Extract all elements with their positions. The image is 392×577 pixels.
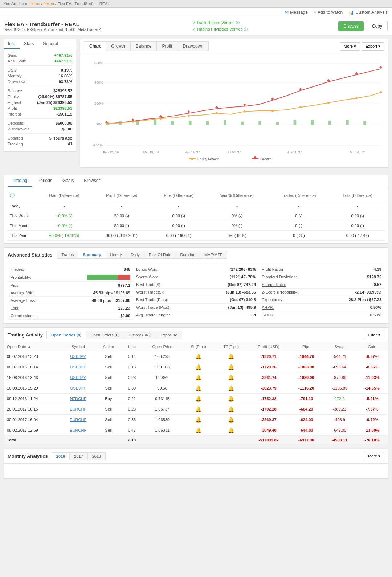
monthly-tab-2016[interactable]: 2016 xyxy=(52,452,70,460)
gain-cell: - xyxy=(36,201,92,211)
trade-sl[interactable]: 🔔 xyxy=(182,415,215,425)
custom-analysis-link[interactable]: 📊 Custom Analysis xyxy=(348,10,388,15)
trade-date: 08.07.2016 16:14 xyxy=(4,362,61,372)
trade-tp[interactable]: 🔔 xyxy=(215,394,248,404)
stat-row: Expectancy:28.2 Pips / $67.23 xyxy=(259,296,384,304)
trade-tp[interactable]: 🔔 xyxy=(215,372,248,383)
stat-label[interactable]: AHPR: xyxy=(262,305,274,310)
activity-tab-exposure[interactable]: Exposure xyxy=(156,331,182,339)
adv-tab-summary[interactable]: Summary xyxy=(78,251,106,259)
add-to-watch-link[interactable]: + Add to watch xyxy=(314,10,343,15)
tracking-label: Tracking xyxy=(8,142,23,146)
trading-tab-browser[interactable]: Browser xyxy=(79,175,105,187)
trading-tab-periods[interactable]: Periods xyxy=(32,175,57,187)
tab-general[interactable]: General xyxy=(38,39,62,49)
copy-button[interactable]: Copy xyxy=(367,21,388,31)
chart-tab-drawdown[interactable]: Drawdown xyxy=(177,41,209,51)
stat-value: 9797.1 xyxy=(118,283,130,287)
adv-tab-trades[interactable]: Trades xyxy=(57,251,79,259)
daily-value: 0.19% xyxy=(61,68,72,72)
monthly-label: Monthly xyxy=(8,74,22,78)
monthly-tab-2018[interactable]: 2018 xyxy=(87,452,106,460)
trade-sl[interactable]: 🔔 xyxy=(182,425,215,436)
adv-tab-hourly[interactable]: Hourly xyxy=(106,251,127,259)
trade-pips: -604.20 xyxy=(290,404,323,415)
stat-row: Profitability: xyxy=(8,273,133,282)
trading-tab-goals[interactable]: Goals xyxy=(57,175,79,187)
trade-sl[interactable]: 🔔 xyxy=(182,362,215,372)
stat-label[interactable]: Z-Score (Probability): xyxy=(262,290,299,294)
stat-label[interactable]: GHPR: xyxy=(262,313,274,317)
trade-tp[interactable]: 🔔 xyxy=(215,425,248,436)
monthly-more-button[interactable]: More ▾ xyxy=(364,452,384,460)
table-row: This Month +0.0% (-) $0.00 (-) 0.00 (-) … xyxy=(7,221,385,231)
adv-tab-daily[interactable]: Daily xyxy=(126,251,144,259)
chart-export-button[interactable]: Export ▾ xyxy=(362,42,384,51)
info-icon-privileges: ⓘ xyxy=(244,27,248,31)
trade-tp[interactable]: 🔔 xyxy=(215,404,248,415)
filter-button[interactable]: Filter ▾ xyxy=(364,331,384,339)
activity-tab-history- (349)[interactable]: History (349) xyxy=(124,331,156,339)
pips-cell: 0.00 (-) xyxy=(151,221,207,231)
adv-tab-duration[interactable]: Duration xyxy=(176,251,200,259)
page-header: Flex EA - TrendSurfer - REAL Real (USD),… xyxy=(0,17,392,35)
svg-text:400%: 400% xyxy=(94,80,103,84)
message-link[interactable]: ✉ Message xyxy=(285,10,308,15)
gain-cell: +0.0% (-) xyxy=(36,211,92,221)
trade-tp[interactable]: 🔔 xyxy=(215,415,248,425)
activity-tab-open- trades- (8)[interactable]: Open Trades (8) xyxy=(46,331,86,339)
stat-row: Best Trade($):(Oct 07) 747.24 xyxy=(133,281,259,288)
stat-value: 4.39 xyxy=(374,267,381,271)
profit-red-bar xyxy=(118,275,130,280)
highest-row: Highest (Jan 25) $28395.53 xyxy=(8,100,72,105)
trade-tp[interactable]: 🔔 xyxy=(215,362,248,372)
stat-col-middle: Longs Won:(172/206) 83%Shorts Won:(112/1… xyxy=(133,266,259,320)
adv-tab-risk-of-ruin[interactable]: Risk Of Ruin xyxy=(144,251,176,259)
breadcrumb-flexea[interactable]: flexea xyxy=(44,1,54,6)
breadcrumb-home[interactable]: Home xyxy=(29,1,40,6)
total-gain: -76.10% xyxy=(356,436,388,445)
chart-tab-chart[interactable]: Chart xyxy=(84,41,106,51)
trade-sl[interactable]: 🔔 xyxy=(182,372,215,383)
trade-tp[interactable]: 🔔 xyxy=(215,351,248,362)
trade-date: 16.08.2016 13:46 xyxy=(4,372,61,383)
trade-profit: -1729.26 xyxy=(248,362,290,372)
stat-label[interactable]: Sharpe Ratio: xyxy=(262,282,286,287)
tab-info[interactable]: Info xyxy=(4,39,20,49)
chevron-down-icon: ▾ xyxy=(378,332,380,337)
chart-tab-balance[interactable]: Balance xyxy=(130,41,157,51)
chart-tab-profit[interactable]: Profit xyxy=(156,41,177,51)
discuss-button[interactable]: Discuss xyxy=(338,21,364,31)
stat-label[interactable]: Profit Factor: xyxy=(262,267,285,271)
trade-sl[interactable]: 🔔 xyxy=(182,394,215,404)
monthly-tab-2017[interactable]: 2017 xyxy=(69,452,87,460)
page-subtitle: Real (USD), FXOpen, Automated, 1:500, Me… xyxy=(4,27,101,32)
trade-tp[interactable]: 🔔 xyxy=(215,383,248,394)
stat-label[interactable]: Standard Deviation: xyxy=(262,275,297,279)
chart-more-button[interactable]: More ▾ xyxy=(340,42,360,51)
stat-value: 3d xyxy=(251,313,256,317)
stat-col-right: Profit Factor:4.39Standard Deviation:$12… xyxy=(259,266,384,320)
col-gain: Gain (Difference) xyxy=(36,190,92,201)
trade-price: 1.06737 xyxy=(142,404,182,415)
trade-sl[interactable]: 🔔 xyxy=(182,404,215,415)
trade-lots: 0.36 xyxy=(122,415,143,425)
profit-green-bar xyxy=(87,275,118,280)
trade-sl[interactable]: 🔔 xyxy=(182,351,215,362)
stat-row: Average Win:45.33 pips / $106.69 xyxy=(8,289,133,297)
tab-stats[interactable]: Stats xyxy=(20,39,38,49)
stat-label: Average Win: xyxy=(11,291,34,295)
trade-lots: 0.30 xyxy=(122,383,143,394)
trade-symbol: USDJPY xyxy=(61,351,95,362)
adv-tab-mae/mfe[interactable]: MAE/MFE xyxy=(200,251,227,259)
activity-tab-open- orders- (0)[interactable]: Open Orders (0) xyxy=(86,331,124,339)
monthly-header: Monthly Analytics 201620172018 More ▾ xyxy=(4,449,388,464)
stat-value: 45.33 pips / $106.69 xyxy=(93,291,130,295)
stat-label[interactable]: Expectancy: xyxy=(262,298,283,302)
period-cell: Today xyxy=(7,201,36,211)
chart-tab-growth[interactable]: Growth xyxy=(106,41,131,51)
trading-tab-trading[interactable]: Trading xyxy=(8,175,32,187)
stat-row: Commissions:$0.00 xyxy=(8,312,133,320)
trade-sl[interactable]: 🔔 xyxy=(182,383,215,394)
table-row: This Year +0.0% (-19.18%) $0.00 (-$4569.… xyxy=(7,231,385,241)
